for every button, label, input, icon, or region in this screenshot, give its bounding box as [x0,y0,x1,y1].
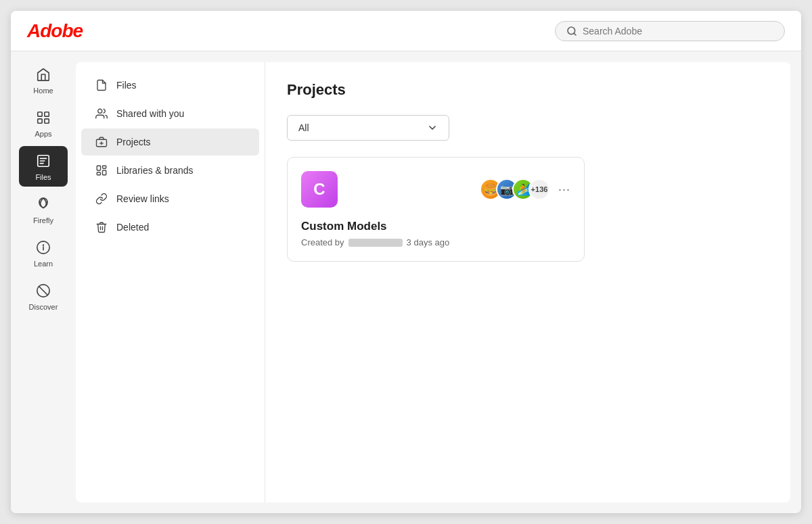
project-card[interactable]: C 🍔 📷 🏄 +136 [287,157,585,262]
menu-deleted-label: Deleted [116,222,149,233]
menu-item-shared[interactable]: Shared with you [81,100,259,127]
menu-files-label: Files [116,80,137,91]
app-header: Adobe [11,11,801,51]
card-meta-suffix: 3 days ago [407,237,450,247]
svg-rect-16 [97,166,100,170]
card-top: C 🍔 📷 🏄 +136 [301,171,570,208]
svg-rect-19 [97,172,100,175]
avatar-group: 🍔 📷 🏄 +136 [480,178,550,200]
card-creator-name [348,239,403,247]
menu-deleted-icon [95,220,108,234]
menu-review-label: Review links [116,193,169,204]
firefly-icon [34,195,53,214]
filter-value: All [298,122,309,133]
search-icon [566,26,577,37]
menu-item-libraries[interactable]: Libraries & brands [81,157,259,184]
svg-rect-18 [103,170,106,175]
card-meta: Created by 3 days ago [301,237,570,247]
chevron-down-icon [427,122,438,133]
sidebar-item-discover-label: Discover [29,303,58,311]
svg-rect-17 [103,166,106,168]
learn-icon [34,238,53,257]
search-bar[interactable] [555,21,785,41]
card-right: 🍔 📷 🏄 +136 ··· [480,178,570,200]
sidebar-item-firefly-label: Firefly [33,216,53,224]
sidebar-item-home-label: Home [33,87,53,95]
svg-rect-4 [38,119,42,123]
sidebar-item-files-label: Files [35,173,51,181]
adobe-logo: Adobe [27,20,83,42]
sidebar-item-apps[interactable]: Apps [19,103,68,143]
menu-files-icon [95,78,108,92]
apps-icon [34,108,53,127]
home-icon [34,65,53,84]
menu-libraries-label: Libraries & brands [116,165,194,176]
sidebar-item-learn[interactable]: Learn [19,233,68,273]
menu-item-files[interactable]: Files [81,72,259,99]
svg-rect-5 [45,119,49,123]
svg-line-11 [39,287,48,295]
menu-projects-icon [95,135,108,149]
more-options-button[interactable]: ··· [558,183,570,197]
sidebar-item-learn-label: Learn [34,260,53,268]
search-input[interactable] [583,26,773,37]
svg-rect-3 [45,112,49,116]
sidebar-item-home[interactable]: Home [19,59,68,100]
menu-review-icon [95,192,108,206]
content-area: Files Shared with you [76,62,790,502]
menu-libraries-icon [95,164,108,177]
sidebar-item-firefly[interactable]: Firefly [19,189,68,230]
svg-point-12 [98,109,102,113]
sidebar-item-discover[interactable]: Discover [19,276,68,316]
project-thumbnail: C [301,171,338,208]
avatar-count: +136 [528,178,550,200]
menu-item-projects[interactable]: Projects [81,128,259,156]
sidebar-item-files[interactable]: Files [19,146,68,187]
secondary-sidebar: Files Shared with you [76,62,265,502]
page-title: Projects [287,81,769,99]
menu-shared-label: Shared with you [116,108,184,119]
main-body: Home Apps [11,51,801,513]
menu-shared-icon [95,107,108,120]
filter-dropdown[interactable]: All [287,115,449,141]
discover-icon [34,281,53,300]
main-content: Projects All C [265,62,790,502]
menu-projects-label: Projects [116,137,151,147]
sidebar-item-apps-label: Apps [35,130,51,138]
menu-item-review[interactable]: Review links [81,185,259,212]
card-meta-prefix: Created by [301,237,344,247]
card-title: Custom Models [301,220,570,233]
svg-rect-2 [38,112,42,116]
menu-item-deleted[interactable]: Deleted [81,214,259,241]
icon-sidebar: Home Apps [11,51,76,513]
files-icon [34,151,53,170]
svg-line-1 [574,33,576,35]
